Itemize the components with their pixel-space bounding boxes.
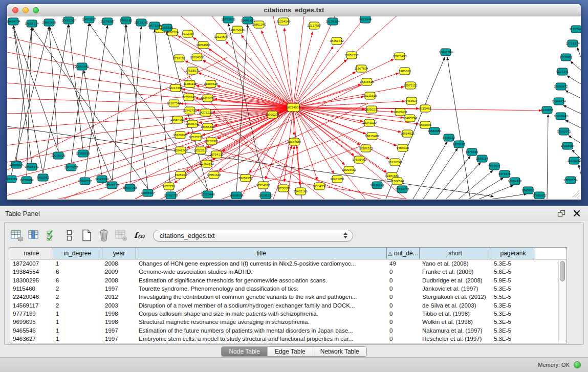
column-header-in_degree[interactable]: in_degree (53, 248, 102, 259)
graph-node[interactable]: 17016504 (560, 142, 575, 149)
graph-node[interactable]: 18236322 (258, 192, 273, 199)
graph-node[interactable]: 9227341 (556, 68, 569, 75)
graph-node[interactable]: 17957253 (123, 184, 137, 191)
graph-node[interactable]: 20053346 (75, 63, 89, 70)
graph-node[interactable]: 12535731 (189, 134, 203, 141)
graph-node[interactable]: 14136141 (370, 182, 384, 189)
column-checklist-icon[interactable] (45, 228, 59, 243)
graph-node[interactable]: 11675312 (567, 157, 581, 164)
graph-node[interactable]: 10973493 (393, 53, 407, 60)
graph-node[interactable]: 11145194 (95, 176, 109, 183)
table-row[interactable]: 911546021997Tourette syndrome. Phenomeno… (10, 285, 567, 293)
graph-node[interactable]: 18525141 (25, 163, 39, 170)
graph-node[interactable]: 16958107 (141, 189, 155, 196)
graph-node[interactable]: 12444134 (552, 98, 566, 105)
graph-node[interactable]: 8471676 (498, 170, 511, 178)
float-panel-icon[interactable] (557, 209, 565, 217)
graph-node[interactable]: 11607834 (354, 65, 368, 72)
graph-node[interactable]: 15166827 (173, 132, 187, 139)
graph-node[interactable]: 9463627 (405, 97, 418, 104)
graph-node[interactable]: 14275221 (199, 109, 213, 116)
table-row[interactable]: 1938455462009Genome-wide association stu… (10, 268, 567, 276)
table-row[interactable]: 1872400712008Changes of HCN gene express… (10, 259, 567, 268)
table-row[interactable]: 969969511998Structural magnetic resonanc… (10, 318, 567, 326)
create-column-icon[interactable] (79, 228, 94, 243)
graph-node[interactable]: 21908628 (204, 80, 218, 87)
graph-node[interactable]: 12024502 (190, 54, 204, 61)
graph-node[interactable]: 10719195 (134, 19, 148, 26)
graph-node[interactable]: 14671388 (147, 22, 162, 29)
tab-node-table[interactable]: Node Table (222, 347, 267, 356)
graph-node[interactable]: 12753747 (182, 94, 196, 101)
graph-node[interactable]: 16646190 (241, 17, 255, 24)
graph-node[interactable]: 15751874 (565, 40, 580, 47)
column-header-title[interactable]: title (136, 248, 387, 259)
graph-node[interactable]: 18050231 (364, 106, 379, 113)
graph-node[interactable]: 9245652 (522, 187, 535, 194)
graph-node[interactable]: 16754131 (209, 151, 224, 158)
graph-node[interactable]: 16210643 (554, 113, 568, 120)
graph-node[interactable]: 17505462 (352, 156, 366, 163)
graph-node[interactable]: 12213363 (168, 84, 183, 92)
table-row[interactable]: 946362711997Embryonic stem cells: a mode… (10, 335, 567, 343)
graph-node[interactable]: 7932621 (488, 163, 501, 170)
graph-node[interactable]: 20891406 (42, 19, 56, 26)
graph-node[interactable]: 18730302 (276, 185, 291, 192)
graph-node[interactable]: 12610651 (201, 95, 215, 102)
column-visibility-icon[interactable] (27, 228, 41, 243)
graph-node[interactable]: 9857791 (163, 183, 176, 190)
graph-node[interactable]: 7815526 (161, 24, 173, 31)
graph-node[interactable]: 16523511 (193, 147, 208, 154)
graph-node[interactable]: 19252251 (238, 174, 253, 182)
graph-node[interactable]: 19404734 (7, 18, 20, 25)
graph-node[interactable]: 9850561 (37, 174, 50, 181)
graph-node[interactable]: 8912954 (182, 30, 194, 37)
graph-node[interactable]: 12481251 (330, 176, 344, 183)
network-canvas[interactable]: 7663822 9660124 8912954 2718120 12213363… (7, 16, 581, 199)
graph-node[interactable]: 9699695 (419, 121, 432, 128)
graph-node[interactable]: 15093412 (342, 166, 356, 173)
graph-node[interactable]: 12217987 (307, 22, 321, 29)
graph-node[interactable]: 11254549 (276, 18, 291, 25)
table-settings-icon[interactable] (10, 228, 24, 243)
graph-node[interactable]: 18136104 (325, 18, 340, 25)
graph-node[interactable]: 9329966 (560, 54, 573, 61)
graph-node[interactable]: 18300295 (265, 111, 279, 118)
graph-node[interactable]: 16782759 (164, 192, 178, 199)
graph-node[interactable]: 16054913 (196, 41, 210, 49)
graph-node[interactable]: 16640936 (230, 26, 245, 33)
table-row[interactable]: 1830029562008Estimation of significance … (10, 276, 567, 285)
graph-node[interactable]: 15722603 (221, 16, 235, 23)
graph-node[interactable]: 19384554 (287, 138, 301, 145)
graph-node[interactable]: 12093872 (554, 83, 568, 90)
graph-node[interactable]: 12450652 (532, 192, 547, 199)
graph-node[interactable]: 2935114 (476, 155, 488, 162)
column-header-out_de[interactable]: △out_de... (387, 248, 420, 259)
table-row[interactable]: 1456911722003Disruption of a novel membe… (10, 301, 567, 309)
column-header-pagerank[interactable]: pagerank (491, 248, 535, 259)
row-layout-icon[interactable] (62, 228, 76, 243)
column-header-year[interactable]: year (102, 248, 136, 259)
graph-node[interactable]: 19654953 (170, 116, 185, 123)
table-selector-dropdown[interactable]: citations_edges.txt (153, 230, 353, 242)
delete-column-icon[interactable] (97, 228, 111, 243)
graph-node[interactable]: 12942751 (183, 107, 197, 114)
graph-node[interactable]: 12505185 (105, 182, 119, 189)
graph-node[interactable]: 15052352 (344, 52, 359, 59)
table-scrollbar[interactable] (558, 260, 566, 342)
graph-node[interactable]: 13536712 (185, 120, 200, 127)
graph-node[interactable]: 10653287 (82, 16, 96, 23)
graph-node[interactable]: 16648784 (439, 49, 453, 56)
graph-node[interactable]: 17515573 (185, 67, 200, 74)
table-row[interactable]: 2242004622012Investigating the contribut… (10, 293, 567, 301)
close-window-button[interactable] (12, 7, 18, 13)
graph-node[interactable]: 20206526 (51, 152, 66, 159)
graph-node[interactable]: 15276007 (100, 18, 115, 25)
graph-node[interactable]: 15465166 (293, 188, 308, 195)
tab-edge-table[interactable]: Edge Table (267, 347, 313, 356)
graph-node[interactable]: 16815491 (365, 133, 379, 140)
graph-node[interactable]: 19654923 (400, 130, 415, 137)
graph-node[interactable]: 8938923 (443, 134, 455, 141)
graph-node[interactable]: 18236311 (204, 138, 219, 145)
close-panel-icon[interactable] (573, 209, 581, 217)
